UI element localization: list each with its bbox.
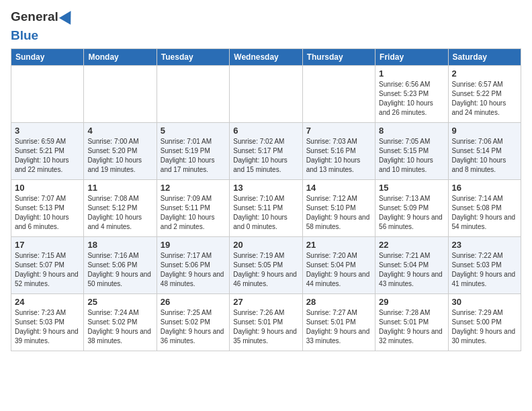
calendar-cell [302, 66, 375, 123]
day-info: Sunrise: 7:00 AM Sunset: 5:20 PM Dayligh… [87, 137, 152, 175]
calendar-cell: 14Sunrise: 7:12 AM Sunset: 5:10 PM Dayli… [302, 180, 375, 237]
day-info: Sunrise: 7:20 AM Sunset: 5:04 PM Dayligh… [306, 251, 371, 289]
day-number: 11 [87, 183, 152, 193]
day-number: 2 [452, 68, 517, 79]
day-number: 22 [379, 240, 444, 250]
day-info: Sunrise: 7:12 AM Sunset: 5:10 PM Dayligh… [306, 194, 371, 232]
day-info: Sunrise: 7:10 AM Sunset: 5:11 PM Dayligh… [233, 194, 298, 232]
day-info: Sunrise: 7:24 AM Sunset: 5:02 PM Dayligh… [87, 308, 152, 346]
day-info: Sunrise: 6:56 AM Sunset: 5:23 PM Dayligh… [379, 80, 444, 118]
day-info: Sunrise: 7:25 AM Sunset: 5:02 PM Dayligh… [161, 308, 226, 346]
calendar-cell: 7Sunrise: 7:03 AM Sunset: 5:16 PM Daylig… [302, 123, 375, 180]
day-info: Sunrise: 7:23 AM Sunset: 5:03 PM Dayligh… [15, 308, 80, 346]
calendar-cell: 12Sunrise: 7:09 AM Sunset: 5:11 PM Dayli… [157, 180, 229, 237]
day-info: Sunrise: 7:09 AM Sunset: 5:11 PM Dayligh… [161, 194, 226, 232]
day-info: Sunrise: 7:28 AM Sunset: 5:01 PM Dayligh… [379, 308, 444, 346]
day-number: 1 [379, 68, 444, 79]
day-info: Sunrise: 6:57 AM Sunset: 5:22 PM Dayligh… [452, 80, 517, 118]
calendar-cell: 1Sunrise: 6:56 AM Sunset: 5:23 PM Daylig… [375, 66, 448, 123]
logo-general: General [11, 9, 58, 24]
day-number: 27 [233, 297, 298, 307]
calendar-cell: 9Sunrise: 7:06 AM Sunset: 5:14 PM Daylig… [448, 123, 521, 180]
day-number: 24 [15, 297, 80, 307]
calendar-cell [11, 66, 84, 123]
day-number: 21 [306, 240, 371, 250]
weekday-header-sunday: Sunday [11, 49, 84, 66]
calendar-cell: 16Sunrise: 7:14 AM Sunset: 5:08 PM Dayli… [448, 180, 521, 237]
day-info: Sunrise: 7:03 AM Sunset: 5:16 PM Dayligh… [306, 137, 371, 175]
calendar-cell: 18Sunrise: 7:16 AM Sunset: 5:06 PM Dayli… [84, 237, 157, 294]
day-info: Sunrise: 7:16 AM Sunset: 5:06 PM Dayligh… [87, 251, 152, 289]
day-number: 29 [379, 297, 444, 307]
day-number: 7 [306, 126, 371, 136]
day-info: Sunrise: 7:27 AM Sunset: 5:01 PM Dayligh… [306, 308, 371, 346]
day-number: 18 [87, 240, 152, 250]
week-row-4: 17Sunrise: 7:15 AM Sunset: 5:07 PM Dayli… [11, 237, 521, 294]
calendar-cell: 4Sunrise: 7:00 AM Sunset: 5:20 PM Daylig… [84, 123, 157, 180]
week-row-1: 1Sunrise: 6:56 AM Sunset: 5:23 PM Daylig… [11, 66, 521, 123]
day-number: 5 [161, 126, 226, 136]
day-info: Sunrise: 7:26 AM Sunset: 5:01 PM Dayligh… [233, 308, 298, 346]
calendar-cell: 20Sunrise: 7:19 AM Sunset: 5:05 PM Dayli… [230, 237, 302, 294]
calendar-cell: 10Sunrise: 7:07 AM Sunset: 5:13 PM Dayli… [11, 180, 84, 237]
day-info: Sunrise: 7:21 AM Sunset: 5:04 PM Dayligh… [379, 251, 444, 289]
day-info: Sunrise: 7:13 AM Sunset: 5:09 PM Dayligh… [379, 194, 444, 232]
weekday-header-row: SundayMondayTuesdayWednesdayThursdayFrid… [11, 49, 521, 66]
logo-blue: Blue [11, 28, 38, 43]
day-info: Sunrise: 7:01 AM Sunset: 5:19 PM Dayligh… [161, 137, 226, 175]
day-info: Sunrise: 7:02 AM Sunset: 5:17 PM Dayligh… [233, 137, 298, 175]
calendar-cell: 23Sunrise: 7:22 AM Sunset: 5:03 PM Dayli… [448, 237, 521, 294]
day-info: Sunrise: 7:07 AM Sunset: 5:13 PM Dayligh… [15, 194, 80, 232]
calendar-cell: 15Sunrise: 7:13 AM Sunset: 5:09 PM Dayli… [375, 180, 448, 237]
day-info: Sunrise: 7:19 AM Sunset: 5:05 PM Dayligh… [233, 251, 298, 289]
calendar-cell: 24Sunrise: 7:23 AM Sunset: 5:03 PM Dayli… [11, 294, 84, 351]
day-number: 28 [306, 297, 371, 307]
calendar-page: General Blue SundayMondayTuesdayWednesda… [0, 0, 532, 362]
calendar-cell: 30Sunrise: 7:29 AM Sunset: 5:00 PM Dayli… [448, 294, 521, 351]
day-info: Sunrise: 7:22 AM Sunset: 5:03 PM Dayligh… [452, 251, 517, 289]
calendar-table: SundayMondayTuesdayWednesdayThursdayFrid… [11, 48, 521, 351]
calendar-cell: 21Sunrise: 7:20 AM Sunset: 5:04 PM Dayli… [302, 237, 375, 294]
calendar-cell [230, 66, 302, 123]
calendar-cell: 27Sunrise: 7:26 AM Sunset: 5:01 PM Dayli… [230, 294, 302, 351]
calendar-body: 1Sunrise: 6:56 AM Sunset: 5:23 PM Daylig… [11, 66, 521, 351]
day-number: 13 [233, 183, 298, 193]
weekday-header-saturday: Saturday [448, 49, 521, 66]
calendar-cell: 22Sunrise: 7:21 AM Sunset: 5:04 PM Dayli… [375, 237, 448, 294]
weekday-header-friday: Friday [375, 49, 448, 66]
calendar-cell: 3Sunrise: 6:59 AM Sunset: 5:21 PM Daylig… [11, 123, 84, 180]
day-number: 17 [15, 240, 80, 250]
day-number: 23 [452, 240, 517, 250]
day-number: 9 [452, 126, 517, 136]
calendar-cell: 13Sunrise: 7:10 AM Sunset: 5:11 PM Dayli… [230, 180, 302, 237]
day-number: 14 [306, 183, 371, 193]
day-number: 4 [87, 126, 152, 136]
day-number: 30 [452, 297, 517, 307]
day-info: Sunrise: 7:06 AM Sunset: 5:14 PM Dayligh… [452, 137, 517, 175]
day-number: 6 [233, 126, 298, 136]
calendar-cell: 5Sunrise: 7:01 AM Sunset: 5:19 PM Daylig… [157, 123, 229, 180]
calendar-cell [157, 66, 229, 123]
day-info: Sunrise: 7:05 AM Sunset: 5:15 PM Dayligh… [379, 137, 444, 175]
day-info: Sunrise: 7:15 AM Sunset: 5:07 PM Dayligh… [15, 251, 80, 289]
day-number: 8 [379, 126, 444, 136]
calendar-cell: 2Sunrise: 6:57 AM Sunset: 5:22 PM Daylig… [448, 66, 521, 123]
day-number: 16 [452, 183, 517, 193]
logo-wrap: General [11, 9, 75, 24]
day-number: 15 [379, 183, 444, 193]
weekday-header-monday: Monday [84, 49, 157, 66]
header: General Blue [11, 7, 521, 43]
day-info: Sunrise: 7:14 AM Sunset: 5:08 PM Dayligh… [452, 194, 517, 232]
calendar-cell: 8Sunrise: 7:05 AM Sunset: 5:15 PM Daylig… [375, 123, 448, 180]
logo-triangle-icon [59, 7, 77, 25]
calendar-cell: 29Sunrise: 7:28 AM Sunset: 5:01 PM Dayli… [375, 294, 448, 351]
day-number: 20 [233, 240, 298, 250]
week-row-3: 10Sunrise: 7:07 AM Sunset: 5:13 PM Dayli… [11, 180, 521, 237]
calendar-cell [84, 66, 157, 123]
day-number: 12 [161, 183, 226, 193]
calendar-cell: 11Sunrise: 7:08 AM Sunset: 5:12 PM Dayli… [84, 180, 157, 237]
day-info: Sunrise: 7:08 AM Sunset: 5:12 PM Dayligh… [87, 194, 152, 232]
calendar-cell: 26Sunrise: 7:25 AM Sunset: 5:02 PM Dayli… [157, 294, 229, 351]
day-number: 3 [15, 126, 80, 136]
day-info: Sunrise: 7:17 AM Sunset: 5:06 PM Dayligh… [161, 251, 226, 289]
